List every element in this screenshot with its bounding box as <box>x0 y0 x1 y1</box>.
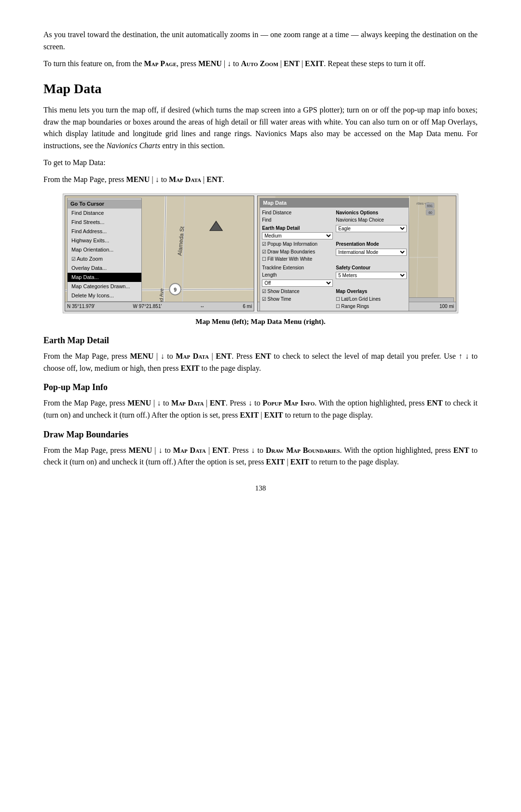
map-overlays-label: Map Overlays <box>336 288 407 295</box>
page-number: 138 <box>43 483 478 494</box>
map-data-title: Map Data <box>260 198 409 208</box>
popup-map-info-heading: Pop-up Map Info <box>43 381 478 394</box>
earth-map-detail-select[interactable]: Medium <box>262 232 333 239</box>
left-menu-overlay: Go To Cursor Find Distance Find Streets.… <box>67 198 142 302</box>
draw-map-boundaries-heading: Draw Map Boundaries <box>43 428 478 442</box>
from-map-page-line: From the Map Page, press MENU | ↓ to Map… <box>43 174 478 186</box>
map-data-overlay: Map Data Find Distance Navionics Options… <box>260 198 409 311</box>
menu-item-find-streets[interactable]: Find Streets... <box>68 218 141 227</box>
intro-paragraph-2: To turn this feature on, from the Map Pa… <box>43 58 478 70</box>
maps-container: Alameda St 72nd Ave Cedar Lane Rd 9 Go T… <box>63 194 458 313</box>
navionics-map-choice-label: Navionics Map Choice <box>336 216 407 224</box>
figure-area: Alameda St 72nd Ave Cedar Lane Rd 9 Go T… <box>43 194 478 327</box>
menu-item-map-categories[interactable]: Map Categories Drawn... <box>68 282 141 291</box>
show-time-row: ☑ Show Time <box>262 295 333 303</box>
safety-contour-label: Safety Contour <box>336 264 407 272</box>
map-data-heading: Map Data <box>43 78 478 99</box>
safety-contour-select[interactable]: 5 Meters <box>336 272 407 279</box>
page-content: As you travel toward the destination, th… <box>43 29 478 494</box>
menu-item-auto-zoom[interactable]: ☑ Auto Zoom <box>68 254 141 264</box>
trackline-extension-label: Trackline Extension <box>262 264 333 272</box>
menu-item-highway-exits[interactable]: Highway Exits... <box>68 236 141 245</box>
lat-lon-row: ☐ Lat/Lon Grid Lines <box>336 295 407 303</box>
draw-map-boundaries-row: ☑ Draw Map Boundaries <box>262 248 333 256</box>
menu-item-map-orientation[interactable]: Map Orientation... <box>68 245 141 254</box>
left-map-panel: Alameda St 72nd Ave Cedar Lane Rd 9 Go T… <box>65 196 254 311</box>
popup-map-info-body: From the Map Page, press MENU | ↓ to Map… <box>43 397 478 421</box>
svg-text:691: 691 <box>427 204 433 207</box>
intro-paragraph-1: As you travel toward the destination, th… <box>43 29 478 53</box>
draw-map-boundaries-body: From the Map Page, press MENU | ↓ to Map… <box>43 445 478 469</box>
menu-item-find-address[interactable]: Find Address... <box>68 227 141 236</box>
navionics-options-label: Navionics Options <box>336 209 407 217</box>
fill-water-row: ☐ Fill Water With White <box>262 255 333 263</box>
range-rings-row: ☐ Range Rings <box>336 303 407 310</box>
earth-map-detail-heading: Earth Map Detail <box>43 334 478 348</box>
show-distance-row: ☑ Show Distance <box>262 288 333 295</box>
menu-item-overlay-data[interactable]: Overlay Data... <box>68 264 141 273</box>
svg-text:60: 60 <box>428 210 432 214</box>
left-status-bar: N 35°11.979' W 97°21.851' ↔ 6 mi <box>65 302 254 311</box>
svg-text:9: 9 <box>174 287 177 293</box>
menu-item-map-data[interactable]: Map Data... <box>68 273 141 282</box>
menu-title: Go To Cursor <box>68 199 141 209</box>
map-data-body: This menu lets you turn the map off, if … <box>43 104 478 152</box>
figure-caption: Map Menu (left); Map Data Menu (right). <box>195 316 326 327</box>
international-mode-select[interactable]: International Mode <box>336 249 407 256</box>
navionics-map-choice-select[interactable]: Eagle <box>336 225 407 232</box>
earth-map-detail-label: Earth Map Detail <box>262 224 333 232</box>
trackline-off-select[interactable]: Off <box>262 280 333 287</box>
popup-map-info-row: ☑ Popup Map Information <box>262 240 333 248</box>
to-get-map-data: To get to Map Data: <box>43 157 478 169</box>
menu-item-delete-icons[interactable]: Delete My Icons... <box>68 291 141 300</box>
earth-map-detail-body: From the Map Page, press MENU | ↓ to Map… <box>43 350 478 375</box>
length-label: Length <box>262 271 333 279</box>
right-map-panel: rtles·vill 691 60 Map Data Find Di <box>257 196 456 311</box>
find-distance-right: Find Distance <box>262 209 333 217</box>
find-streets-right: Find <box>262 216 333 224</box>
presentation-mode-label: Presentation Mode <box>336 240 407 248</box>
menu-item-find-distance[interactable]: Find Distance <box>68 209 141 218</box>
